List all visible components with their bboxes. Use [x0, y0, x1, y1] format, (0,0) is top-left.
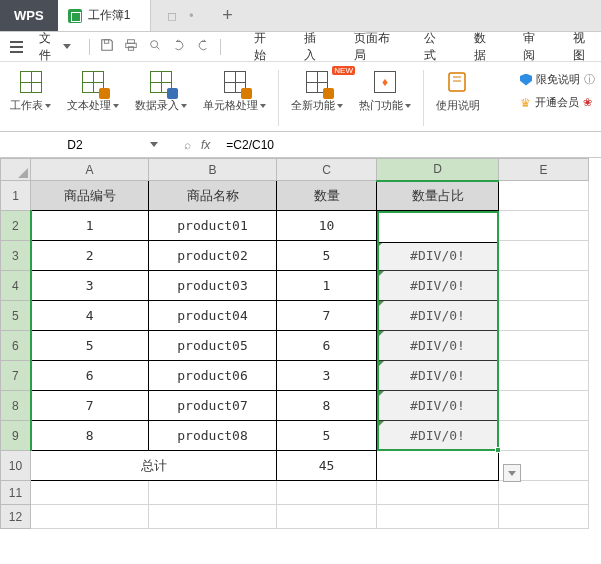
redo-icon[interactable]: [196, 38, 210, 55]
cell-A8[interactable]: 7: [31, 391, 149, 421]
cell-E12[interactable]: [499, 505, 589, 529]
cell-C1[interactable]: 数量: [277, 181, 377, 211]
cell-C11[interactable]: [277, 481, 377, 505]
cell-A10-B10-total[interactable]: 总计: [31, 451, 277, 481]
cell-E5[interactable]: [499, 301, 589, 331]
row-header-12[interactable]: 12: [1, 505, 31, 529]
cell-E9[interactable]: [499, 421, 589, 451]
ribbon-help[interactable]: 使用说明: [428, 66, 488, 115]
hamburger-icon[interactable]: [6, 36, 27, 58]
cell-C7[interactable]: 3: [277, 361, 377, 391]
row-header-5[interactable]: 5: [1, 301, 31, 331]
save-icon[interactable]: [100, 38, 114, 55]
row-header-10[interactable]: 10: [1, 451, 31, 481]
select-all-corner[interactable]: [1, 159, 31, 181]
gift-icon[interactable]: ❀: [583, 96, 592, 109]
cell-E2[interactable]: [499, 211, 589, 241]
cell-C2[interactable]: 10: [277, 211, 377, 241]
new-tab-button[interactable]: +: [210, 0, 246, 31]
row-header-9[interactable]: 9: [1, 421, 31, 451]
cell-A3[interactable]: 2: [31, 241, 149, 271]
cell-B8[interactable]: product07: [149, 391, 277, 421]
print-icon[interactable]: [124, 38, 138, 55]
ribbon-all-new[interactable]: NEW 全新功能: [283, 66, 351, 115]
cell-D5[interactable]: #DIV/0!: [377, 301, 499, 331]
cell-B3[interactable]: product02: [149, 241, 277, 271]
cell-C5[interactable]: 7: [277, 301, 377, 331]
file-menu[interactable]: 文件: [31, 26, 79, 68]
col-header-D[interactable]: D: [377, 159, 499, 181]
undo-icon[interactable]: [172, 38, 186, 55]
cell-B7[interactable]: product06: [149, 361, 277, 391]
cell-B12[interactable]: [149, 505, 277, 529]
cell-E7[interactable]: [499, 361, 589, 391]
free-info-link[interactable]: 限免说明ⓘ: [520, 72, 595, 87]
col-header-A[interactable]: A: [31, 159, 149, 181]
cell-E11[interactable]: [499, 481, 589, 505]
cell-A12[interactable]: [31, 505, 149, 529]
cell-D11[interactable]: [377, 481, 499, 505]
cell-D1[interactable]: 数量占比: [377, 181, 499, 211]
row-header-8[interactable]: 8: [1, 391, 31, 421]
cell-C9[interactable]: 5: [277, 421, 377, 451]
ribbon-text-processing[interactable]: 文本处理: [59, 66, 127, 115]
preview-icon[interactable]: [148, 38, 162, 55]
cell-C12[interactable]: [277, 505, 377, 529]
cell-C8[interactable]: 8: [277, 391, 377, 421]
cell-A6[interactable]: 5: [31, 331, 149, 361]
cell-A4[interactable]: 3: [31, 271, 149, 301]
tab-data[interactable]: 数据: [472, 26, 496, 68]
cell-D2[interactable]: 22.22%: [377, 211, 499, 241]
name-box[interactable]: [0, 132, 124, 157]
row-header-7[interactable]: 7: [1, 361, 31, 391]
cell-E4[interactable]: [499, 271, 589, 301]
cell-D12[interactable]: [377, 505, 499, 529]
zoom-icon[interactable]: ⌕: [184, 138, 191, 152]
cell-B6[interactable]: product05: [149, 331, 277, 361]
cell-D6[interactable]: #DIV/0!: [377, 331, 499, 361]
cell-D10[interactable]: [377, 451, 499, 481]
tab-formula[interactable]: 公式: [422, 26, 446, 68]
cell-A9[interactable]: 8: [31, 421, 149, 451]
cell-D9[interactable]: #DIV/0!: [377, 421, 499, 451]
cell-B11[interactable]: [149, 481, 277, 505]
cell-B5[interactable]: product04: [149, 301, 277, 331]
tab-view[interactable]: 视图: [571, 26, 595, 68]
cell-A1[interactable]: 商品编号: [31, 181, 149, 211]
tab-review[interactable]: 审阅: [521, 26, 545, 68]
cell-D7[interactable]: #DIV/0!: [377, 361, 499, 391]
cell-B1[interactable]: 商品名称: [149, 181, 277, 211]
cell-E1[interactable]: [499, 181, 589, 211]
cell-C3[interactable]: 5: [277, 241, 377, 271]
col-header-B[interactable]: B: [149, 159, 277, 181]
cell-B9[interactable]: product08: [149, 421, 277, 451]
ribbon-hot[interactable]: ♦ 热门功能: [351, 66, 419, 115]
ribbon-cell-processing[interactable]: 单元格处理: [195, 66, 274, 115]
autofill-options-button[interactable]: [503, 464, 521, 482]
fx-icon[interactable]: fx: [201, 138, 210, 152]
row-header-6[interactable]: 6: [1, 331, 31, 361]
row-header-2[interactable]: 2: [1, 211, 31, 241]
tab-home[interactable]: 开始: [252, 26, 276, 68]
tab-pagelayout[interactable]: 页面布局: [352, 26, 396, 68]
presentation-icon[interactable]: ◻: [167, 9, 177, 23]
document-tab[interactable]: 工作簿1: [58, 0, 152, 31]
cell-D4[interactable]: #DIV/0!: [377, 271, 499, 301]
cell-C10[interactable]: 45: [277, 451, 377, 481]
cell-B4[interactable]: product03: [149, 271, 277, 301]
cell-D3[interactable]: #DIV/0!: [377, 241, 499, 271]
col-header-C[interactable]: C: [277, 159, 377, 181]
cell-A7[interactable]: 6: [31, 361, 149, 391]
row-header-3[interactable]: 3: [1, 241, 31, 271]
cell-E8[interactable]: [499, 391, 589, 421]
row-header-11[interactable]: 11: [1, 481, 31, 505]
ribbon-worksheet[interactable]: 工作表: [2, 66, 59, 115]
col-header-E[interactable]: E: [499, 159, 589, 181]
cell-A5[interactable]: 4: [31, 301, 149, 331]
cell-A2[interactable]: 1: [31, 211, 149, 241]
row-header-1[interactable]: 1: [1, 181, 31, 211]
cell-C4[interactable]: 1: [277, 271, 377, 301]
dot-icon[interactable]: •: [189, 9, 193, 23]
help-icon[interactable]: ⓘ: [584, 72, 595, 87]
tab-insert[interactable]: 插入: [302, 26, 326, 68]
